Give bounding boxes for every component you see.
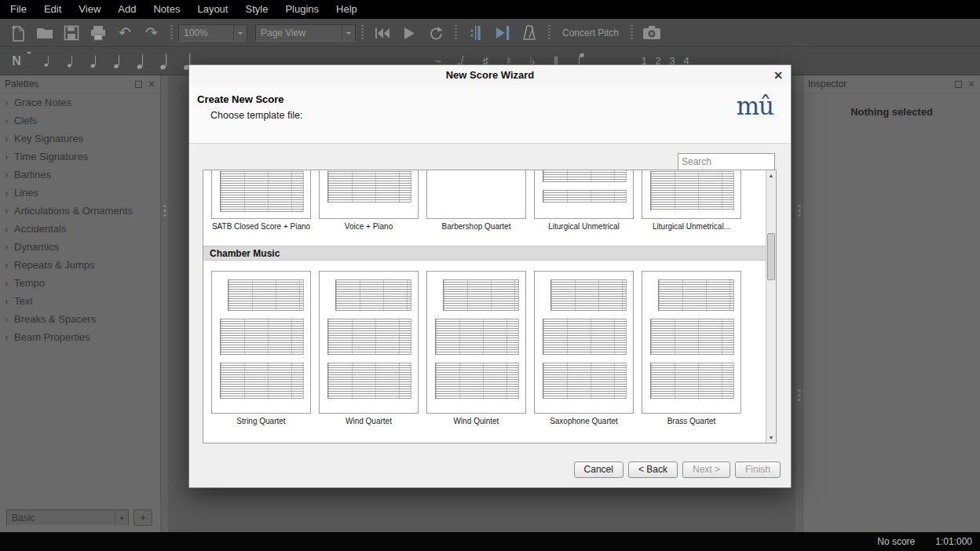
template-card-wind-quartet[interactable]: Wind Quartet: [319, 271, 419, 425]
template-card-wind-quintet[interactable]: Wind Quintet: [426, 271, 526, 425]
duration-64th-button[interactable]: [36, 49, 60, 73]
duration-half-button[interactable]: [154, 49, 177, 73]
redo-button[interactable]: ↷: [138, 21, 165, 45]
staff-lines: [327, 319, 411, 355]
print-button[interactable]: [85, 21, 112, 45]
palette-item-barlines[interactable]: ›Barlines: [0, 166, 160, 184]
menu-style[interactable]: Style: [236, 0, 276, 19]
dialog-titlebar[interactable]: New Score Wizard ✕: [189, 65, 791, 86]
palette-item-breaks-spacers[interactable]: ›Breaks & Spacers: [0, 310, 160, 328]
palette-item-time-signatures[interactable]: ›Time Signatures: [0, 148, 160, 166]
template-card-barbershop[interactable]: Barbershop Quartet: [426, 170, 526, 231]
undock-icon[interactable]: [135, 81, 142, 88]
toolbar-drag-handle[interactable]: [455, 25, 457, 41]
dialog-close-button[interactable]: ✕: [773, 65, 783, 86]
palette-item-repeats-jumps[interactable]: ›Repeats & Jumps: [0, 256, 160, 274]
wizard-heading: Create New Score: [197, 93, 284, 105]
menu-edit[interactable]: Edit: [35, 0, 70, 19]
rewind-button[interactable]: [369, 21, 396, 45]
palette-item-label: Time Signatures: [14, 151, 88, 162]
open-file-button[interactable]: [31, 21, 58, 45]
template-card-voice-piano[interactable]: Voice + Piano: [319, 170, 419, 231]
close-icon[interactable]: ✕: [148, 79, 155, 89]
palette-item-articulations[interactable]: ›Articulations & Ornaments: [0, 202, 160, 220]
splitter-handle[interactable]: [798, 205, 800, 217]
staff-lines: [650, 171, 734, 210]
menu-layout[interactable]: Layout: [188, 0, 236, 19]
duration-quarter-button[interactable]: [130, 49, 154, 73]
toolbar-drag-handle[interactable]: [548, 25, 550, 41]
play-repeats-toggle[interactable]: [463, 21, 489, 45]
metronome-toggle[interactable]: [516, 21, 543, 45]
template-preview: [642, 170, 741, 219]
duration-eighth-button[interactable]: [107, 49, 130, 73]
template-card-brass-quartet[interactable]: Brass Quartet: [642, 271, 741, 425]
menu-plugins[interactable]: Plugins: [276, 0, 327, 19]
loop-playback-button[interactable]: [422, 21, 449, 45]
splitter-handle[interactable]: [163, 205, 166, 217]
floppy-disk-icon: [64, 25, 79, 41]
next-button[interactable]: Next >: [682, 462, 730, 478]
duration-16th-button[interactable]: [83, 49, 107, 73]
toolbar-drag-handle[interactable]: [631, 25, 633, 41]
duration-32nd-button[interactable]: [60, 49, 83, 73]
search-input[interactable]: [678, 153, 775, 170]
menu-notes[interactable]: Notes: [144, 0, 188, 19]
view-mode-select[interactable]: Page View: [255, 24, 356, 42]
play-button[interactable]: [396, 21, 422, 45]
menu-add[interactable]: Add: [109, 0, 144, 19]
template-label: Wind Quartet: [319, 417, 419, 425]
scroll-down-button[interactable]: ▼: [766, 432, 776, 443]
template-card-string-quartet[interactable]: String Quartet: [211, 271, 311, 425]
menu-view[interactable]: View: [70, 0, 109, 19]
menu-help[interactable]: Help: [327, 0, 366, 19]
note-icon: [114, 53, 123, 68]
palette-item-label: Articulations & Ornaments: [14, 205, 133, 217]
chevron-right-icon: ›: [5, 133, 14, 144]
pan-playback-toggle[interactable]: [489, 21, 516, 45]
toolbar-drag-handle[interactable]: [361, 25, 364, 41]
template-label: Liturgical Unmetrical...: [642, 222, 741, 231]
template-card-saxophone-quartet[interactable]: Saxophone Quartet: [534, 271, 634, 425]
palette-item-beam-properties[interactable]: ›Beam Properties: [0, 328, 160, 346]
close-icon[interactable]: ✕: [967, 79, 975, 89]
back-button[interactable]: < Back: [628, 462, 678, 478]
template-preview: [211, 271, 311, 414]
scrollbar-thumb[interactable]: [767, 233, 775, 280]
staff-lines: [650, 319, 734, 355]
concert-pitch-toggle[interactable]: Concert Pitch: [556, 27, 625, 38]
template-card-satb-piano[interactable]: SATB Closed Score + Piano: [211, 170, 311, 231]
zoom-select[interactable]: 100%: [178, 24, 247, 42]
new-score-button[interactable]: [5, 21, 31, 45]
palette-item-text[interactable]: ›Text: [0, 292, 160, 310]
add-workspace-button[interactable]: +: [133, 509, 152, 526]
new-score-wizard-dialog: New Score Wizard ✕ Create New Score Choo…: [188, 64, 792, 488]
palette-item-grace-notes[interactable]: ›Grace Notes: [0, 93, 160, 111]
template-card-liturgical[interactable]: Liturgical Unmetrical: [534, 170, 634, 231]
splitter-handle[interactable]: [798, 389, 800, 401]
palette-item-clefs[interactable]: ›Clefs: [0, 111, 160, 130]
chevron-right-icon: ›: [5, 187, 14, 199]
palette-item-key-signatures[interactable]: ›Key Signatures: [0, 130, 160, 148]
toolbar-drag-handle[interactable]: [170, 25, 173, 41]
save-button[interactable]: [58, 21, 85, 45]
palette-item-tempo[interactable]: ›Tempo: [0, 274, 160, 292]
undock-icon[interactable]: [955, 81, 962, 88]
left-panel-splitter[interactable]: [161, 75, 168, 532]
undo-button[interactable]: ↶: [112, 21, 138, 45]
staff-lines: [650, 363, 734, 399]
palette-item-dynamics[interactable]: ›Dynamics: [0, 238, 160, 256]
finish-button[interactable]: Finish: [735, 462, 781, 478]
note-icon: [137, 53, 148, 69]
cancel-button[interactable]: Cancel: [574, 462, 623, 478]
scroll-up-button[interactable]: ▲: [766, 170, 776, 181]
palette-item-lines[interactable]: ›Lines: [0, 184, 160, 202]
template-list-scrollbar[interactable]: ▲ ▼: [766, 170, 776, 443]
palette-item-accidentals[interactable]: ›Accidentals: [0, 220, 160, 238]
note-input-button[interactable]: N: [6, 49, 27, 73]
image-capture-button[interactable]: [638, 21, 665, 45]
menu-file[interactable]: File: [2, 0, 35, 19]
template-card-liturgical-2[interactable]: Liturgical Unmetrical...: [642, 170, 741, 231]
workspace-select[interactable]: Basic: [6, 509, 129, 526]
right-panel-splitter[interactable]: [795, 75, 803, 532]
